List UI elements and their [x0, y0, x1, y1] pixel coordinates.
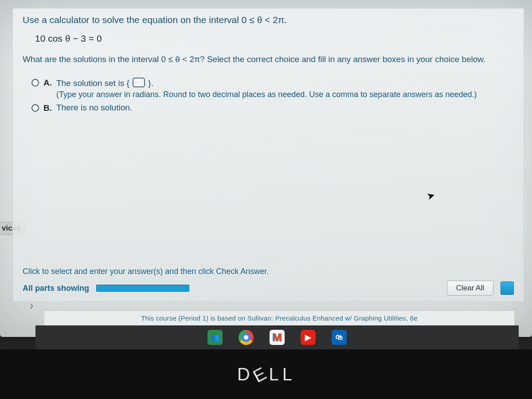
- progress-bar: [96, 285, 189, 292]
- dell-logo: DELL: [237, 364, 295, 384]
- equation-line: 10 cos θ − 3 = 0: [35, 33, 514, 44]
- choice-a-row: A. The solution set is { }. (Type your a…: [31, 78, 514, 99]
- chrome-icon[interactable]: [239, 330, 254, 345]
- choice-b-label: B.: [43, 103, 52, 113]
- question-prompt-2: What are the solutions in the interval 0…: [23, 55, 514, 64]
- monitor-bezel: DELL: [0, 349, 532, 399]
- gmail-icon[interactable]: [270, 330, 285, 345]
- question-prompt-1: Use a calculator to solve the equation o…: [23, 15, 514, 25]
- choice-a-label: A.: [43, 78, 52, 88]
- choice-b-text: There is no solution.: [56, 103, 132, 113]
- question-panel: Use a calculator to solve the equation o…: [12, 8, 524, 301]
- radio-choice-b[interactable]: [31, 104, 39, 112]
- answer-instruction: Click to select and enter your answer(s)…: [23, 267, 269, 276]
- choice-a-hint: (Type your answer in radians. Round to t…: [56, 90, 477, 99]
- choice-a-text-after: }.: [148, 78, 153, 88]
- course-info-strip: This course (Period 1) is based on Sulli…: [44, 310, 514, 325]
- answer-input-box[interactable]: [133, 78, 145, 87]
- youtube-icon[interactable]: ▶: [301, 330, 316, 345]
- screen-area: vices Use a calculator to solve the equa…: [0, 0, 532, 337]
- check-answer-button-clip[interactable]: [501, 282, 514, 295]
- mouse-cursor-icon: ➤: [426, 189, 436, 203]
- radio-choice-a[interactable]: [31, 79, 39, 86]
- chevron-right-icon[interactable]: ›: [30, 298, 33, 312]
- os-taskbar: 👥 ▶ 🛍: [35, 325, 519, 349]
- clear-all-button[interactable]: Clear All: [447, 281, 493, 296]
- choice-a-text-before: The solution set is {: [56, 78, 129, 88]
- store-icon[interactable]: 🛍: [332, 330, 347, 345]
- parts-showing-label: All parts showing: [23, 284, 89, 293]
- course-info-text: This course (Period 1) is based on Sulli…: [141, 314, 418, 322]
- classroom-icon[interactable]: 👥: [207, 330, 223, 345]
- choice-b-row: B. There is no solution.: [31, 103, 514, 113]
